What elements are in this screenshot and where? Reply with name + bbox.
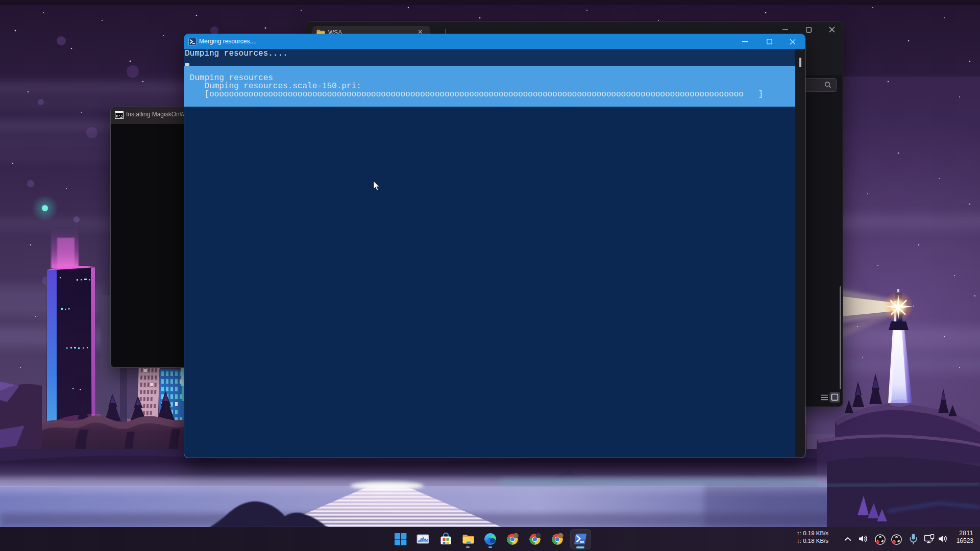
svg-text:C:\: C:\ [116, 114, 124, 118]
